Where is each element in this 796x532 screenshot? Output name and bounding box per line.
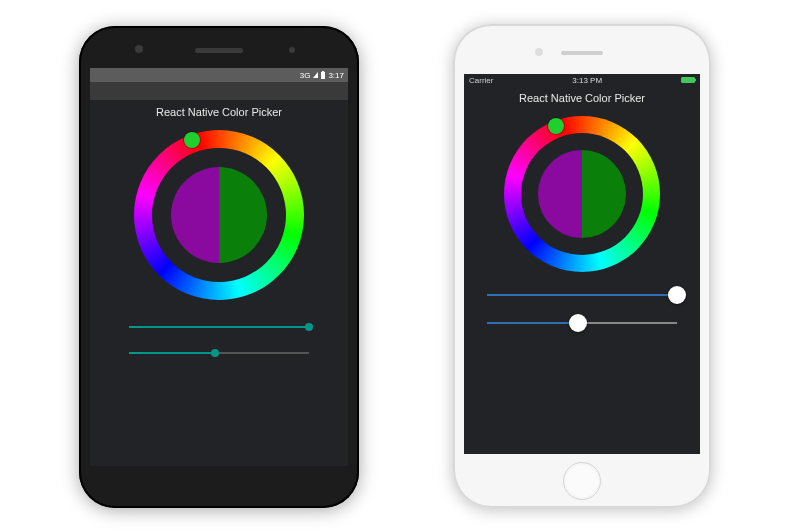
slider-track-active — [487, 294, 677, 296]
iphone-speaker — [561, 51, 603, 55]
android-screen: 3G 3:17 React Native Color Picker — [90, 68, 348, 466]
battery-icon — [681, 77, 695, 83]
android-network-label: 3G — [300, 71, 311, 80]
value-slider[interactable] — [487, 318, 677, 328]
app-title: React Native Color Picker — [90, 106, 348, 118]
android-sensor — [289, 47, 295, 53]
slider-track-active — [129, 326, 309, 328]
battery-icon — [321, 72, 325, 79]
android-action-bar — [90, 82, 348, 100]
saturation-slider[interactable] — [129, 322, 309, 332]
value-slider[interactable] — [129, 348, 309, 358]
android-clock: 3:17 — [328, 71, 344, 80]
hue-knob[interactable] — [548, 118, 564, 134]
slider-thumb[interactable] — [569, 314, 587, 332]
home-button[interactable] — [563, 462, 601, 500]
hue-knob[interactable] — [184, 132, 200, 148]
hue-wheel[interactable] — [504, 116, 660, 272]
color-picker — [464, 116, 700, 328]
color-swatch[interactable] — [538, 150, 626, 238]
android-speaker — [195, 48, 243, 53]
color-picker — [90, 130, 348, 358]
android-device-frame: 3G 3:17 React Native Color Picker — [79, 26, 359, 508]
ios-carrier-label: Carrier — [469, 76, 493, 85]
hue-wheel[interactable] — [134, 130, 304, 300]
ios-clock: 3:13 PM — [572, 76, 602, 85]
signal-icon — [313, 72, 318, 78]
ios-status-bar: Carrier 3:13 PM — [464, 74, 700, 86]
saturation-slider[interactable] — [487, 290, 677, 300]
android-status-bar: 3G 3:17 — [90, 68, 348, 82]
iphone-device-frame: Carrier 3:13 PM React Native Color Picke… — [453, 24, 711, 508]
slider-track-active — [129, 352, 215, 354]
android-camera — [135, 45, 143, 53]
iphone-screen: Carrier 3:13 PM React Native Color Picke… — [464, 74, 700, 454]
iphone-camera — [535, 48, 543, 56]
app-title: React Native Color Picker — [464, 92, 700, 104]
sliders-group — [129, 322, 309, 358]
sliders-group — [487, 290, 677, 328]
slider-thumb[interactable] — [211, 349, 219, 357]
slider-track-active — [487, 322, 578, 324]
slider-thumb[interactable] — [305, 323, 313, 331]
slider-thumb[interactable] — [668, 286, 686, 304]
color-swatch[interactable] — [171, 167, 267, 263]
